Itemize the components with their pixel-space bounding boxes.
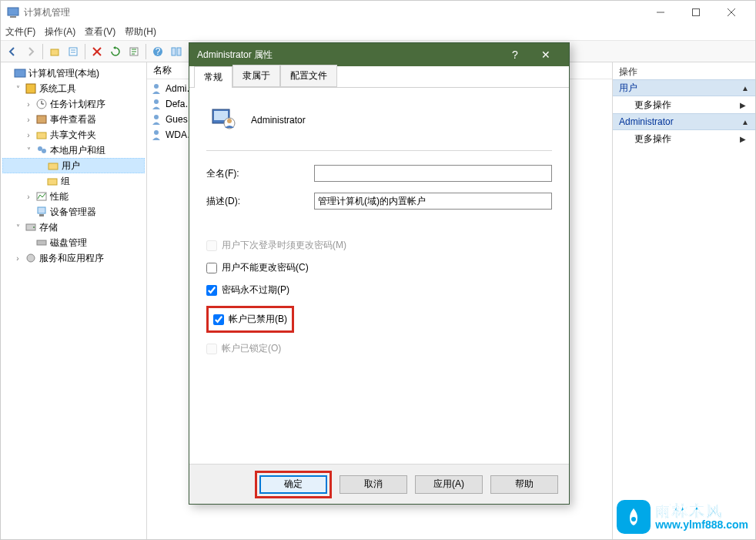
help-button[interactable]: ? <box>149 43 166 60</box>
tree-performance[interactable]: ›性能 <box>2 189 145 204</box>
svg-rect-23 <box>37 132 46 139</box>
tree-task-scheduler[interactable]: ›任务计划程序 <box>2 96 145 112</box>
svg-point-24 <box>38 146 42 151</box>
tree-groups[interactable]: 组 <box>2 173 145 189</box>
chevron-right-icon: ▶ <box>740 135 746 143</box>
svg-rect-27 <box>48 179 57 185</box>
svg-point-25 <box>42 149 46 153</box>
svg-point-35 <box>154 84 159 89</box>
svg-point-38 <box>154 130 159 135</box>
svg-rect-26 <box>49 163 58 169</box>
highlight-disabled: 帐户已禁用(B) <box>206 306 294 333</box>
ok-button[interactable]: 确定 <box>259 475 327 494</box>
close-button[interactable] <box>714 1 749 24</box>
chevron-right-icon: ▶ <box>740 101 746 109</box>
watermark-icon <box>617 500 651 534</box>
checkbox-cant-change[interactable]: 用户不能更改密码(C) <box>206 261 552 274</box>
checkbox-locked: 帐户已锁定(O) <box>206 342 552 355</box>
svg-rect-6 <box>51 49 59 55</box>
dialog-buttons: 确定 取消 应用(A) 帮助 <box>189 464 569 504</box>
description-label: 描述(D): <box>206 195 314 208</box>
svg-point-36 <box>154 99 159 104</box>
tree-device-manager[interactable]: 设备管理器 <box>2 204 145 220</box>
apply-button[interactable]: 应用(A) <box>415 475 483 494</box>
tree-event-viewer[interactable]: ›事件查看器 <box>2 112 145 127</box>
checkbox-account-disabled[interactable]: 帐户已禁用(B) <box>213 313 287 326</box>
export-button[interactable] <box>125 43 142 60</box>
svg-point-43 <box>631 517 636 522</box>
fullname-input[interactable] <box>314 165 552 182</box>
forward-button[interactable] <box>22 43 39 60</box>
svg-point-32 <box>33 226 35 228</box>
props-button[interactable] <box>65 43 82 60</box>
tree-systools[interactable]: ˅系统工具 <box>2 81 145 96</box>
svg-rect-29 <box>38 207 45 213</box>
watermark: 雨林木风 www.ylmf888.com <box>617 500 748 534</box>
delete-button[interactable] <box>89 43 105 60</box>
highlight-ok: 确定 <box>255 471 332 498</box>
fullname-label: 全名(F): <box>206 167 314 180</box>
cancel-button[interactable]: 取消 <box>340 475 407 494</box>
svg-point-34 <box>27 254 35 262</box>
maximize-button[interactable] <box>678 1 714 24</box>
window-title: 计算机管理 <box>24 6 643 19</box>
checkbox-must-change: 用户下次登录时须更改密码(M) <box>206 239 552 252</box>
dialog-close-button[interactable]: ✕ <box>530 49 561 61</box>
menu-file[interactable]: 文件(F) <box>5 25 35 39</box>
svg-rect-1 <box>10 16 16 18</box>
action-group-users[interactable]: 用户▲ <box>613 79 755 96</box>
tab-memberof[interactable]: 隶属于 <box>232 65 280 87</box>
checkbox-never-expire[interactable]: 密码永不过期(P) <box>206 283 552 297</box>
dialog-title: Administrator 属性 <box>197 49 500 62</box>
watermark-text-cn: 雨林木风 <box>655 502 748 519</box>
svg-rect-15 <box>172 48 176 55</box>
dialog-help-button[interactable]: ? <box>500 49 530 61</box>
minimize-button[interactable] <box>643 1 678 24</box>
svg-rect-30 <box>39 214 44 216</box>
titlebar: 计算机管理 <box>1 1 755 24</box>
tree-disk-mgmt[interactable]: 磁盘管理 <box>2 235 145 250</box>
watermark-url: www.ylmf888.com <box>655 519 748 531</box>
tab-general[interactable]: 常规 <box>194 66 232 88</box>
tab-profile[interactable]: 配置文件 <box>280 65 337 87</box>
tree-pane: 计算机管理(本地) ˅系统工具 ›任务计划程序 ›事件查看器 ›共享文件夹 ˅本… <box>1 62 147 539</box>
actions-pane: 操作 用户▲ 更多操作▶ Administrator▲ 更多操作▶ <box>613 62 755 539</box>
tree-local-users-groups[interactable]: ˅本地用户和组 <box>2 143 145 158</box>
action-more-2[interactable]: 更多操作▶ <box>613 130 755 147</box>
tree-shared-folders[interactable]: ›共享文件夹 <box>2 127 145 143</box>
svg-rect-33 <box>37 240 46 245</box>
help-button[interactable]: 帮助 <box>490 475 558 494</box>
dialog-titlebar: Administrator 属性 ? ✕ <box>189 43 569 66</box>
menubar: 文件(F) 操作(A) 查看(V) 帮助(H) <box>1 24 755 41</box>
menu-action[interactable]: 操作(A) <box>45 25 75 39</box>
svg-rect-7 <box>69 48 77 55</box>
menu-help[interactable]: 帮助(H) <box>125 25 156 39</box>
svg-text:?: ? <box>156 46 161 57</box>
svg-point-37 <box>154 115 159 119</box>
svg-point-42 <box>227 119 232 123</box>
back-button[interactable] <box>4 43 21 60</box>
svg-rect-16 <box>177 48 181 55</box>
tree-users[interactable]: 用户 <box>2 158 145 173</box>
tree-root[interactable]: 计算机管理(本地) <box>2 65 145 81</box>
svg-rect-3 <box>693 9 700 16</box>
divider <box>206 150 552 151</box>
up-button[interactable] <box>46 43 63 60</box>
collapse-icon: ▲ <box>741 118 749 126</box>
svg-rect-0 <box>8 8 18 15</box>
dialog-tabs: 常规 隶属于 配置文件 <box>189 66 569 88</box>
action-group-admin[interactable]: Administrator▲ <box>613 113 755 130</box>
description-input[interactable] <box>314 193 552 210</box>
properties-dialog: Administrator 属性 ? ✕ 常规 隶属于 配置文件 Adminis… <box>189 42 570 505</box>
actions-header: 操作 <box>613 62 755 79</box>
user-icon <box>209 105 237 135</box>
view-button[interactable] <box>168 43 185 60</box>
svg-rect-17 <box>15 69 25 77</box>
tree-services-apps[interactable]: ›服务和应用程序 <box>2 250 145 266</box>
refresh-button[interactable] <box>107 43 124 60</box>
menu-view[interactable]: 查看(V) <box>85 25 115 39</box>
tree-storage[interactable]: ˅存储 <box>2 220 145 235</box>
svg-rect-18 <box>26 84 35 93</box>
action-more-1[interactable]: 更多操作▶ <box>613 96 755 113</box>
collapse-icon: ▲ <box>741 84 749 92</box>
